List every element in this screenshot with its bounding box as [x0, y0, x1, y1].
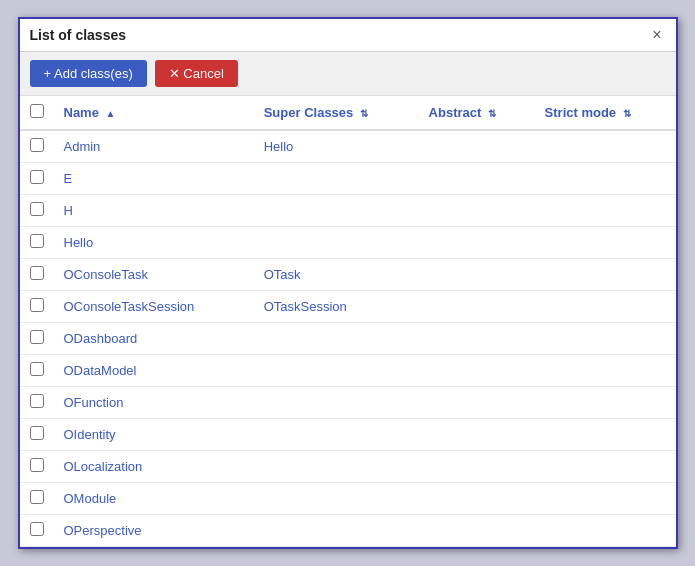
row-super-classes-cell — [254, 163, 419, 195]
row-abstract-cell — [419, 227, 535, 259]
table-row: Hello — [20, 227, 676, 259]
add-classes-button[interactable]: + Add class(es) — [30, 60, 147, 87]
row-super-classes-cell — [254, 483, 419, 515]
row-strict-mode-cell — [535, 195, 676, 227]
table-row: OPerspective — [20, 515, 676, 547]
row-name-link[interactable]: ODashboard — [64, 331, 138, 346]
row-name-link[interactable]: OFunction — [64, 395, 124, 410]
table-header-row: Name ▲ Super Classes ⇅ Abstract ⇅ Strict… — [20, 96, 676, 130]
row-super-class-link[interactable]: OTask — [264, 267, 301, 282]
cancel-button[interactable]: ✕ Cancel — [155, 60, 238, 87]
row-checkbox-cell — [20, 130, 54, 163]
row-checkbox-cell — [20, 483, 54, 515]
classes-table-container[interactable]: Name ▲ Super Classes ⇅ Abstract ⇅ Strict… — [20, 96, 676, 547]
header-abstract-label: Abstract — [429, 105, 485, 120]
row-name-cell: Admin — [54, 130, 254, 163]
row-abstract-cell — [419, 130, 535, 163]
row-name-cell: ODashboard — [54, 323, 254, 355]
row-name-link[interactable]: OModule — [64, 491, 117, 506]
row-checkbox[interactable] — [30, 138, 44, 152]
row-name-link[interactable]: OPerspective — [64, 523, 142, 538]
row-name-link[interactable]: OConsoleTaskSession — [64, 299, 195, 314]
table-row: OIdentity — [20, 419, 676, 451]
row-name-cell: OIdentity — [54, 419, 254, 451]
row-abstract-cell — [419, 195, 535, 227]
row-name-link[interactable]: ODataModel — [64, 363, 137, 378]
row-strict-mode-cell — [535, 515, 676, 547]
row-checkbox[interactable] — [30, 426, 44, 440]
row-name-cell: Hello — [54, 227, 254, 259]
table-row: H — [20, 195, 676, 227]
header-name-col[interactable]: Name ▲ — [54, 96, 254, 130]
table-row: AdminHello — [20, 130, 676, 163]
row-name-link[interactable]: E — [64, 171, 73, 186]
row-super-classes-cell: Hello — [254, 130, 419, 163]
row-checkbox[interactable] — [30, 458, 44, 472]
table-row: ODashboard — [20, 323, 676, 355]
row-super-class-link[interactable]: Hello — [264, 139, 294, 154]
row-checkbox-cell — [20, 323, 54, 355]
dialog-close-button[interactable]: × — [648, 27, 665, 43]
row-name-link[interactable]: Hello — [64, 235, 94, 250]
row-strict-mode-cell — [535, 163, 676, 195]
row-checkbox-cell — [20, 291, 54, 323]
table-row: OConsoleTaskSessionOTaskSession — [20, 291, 676, 323]
row-checkbox[interactable] — [30, 170, 44, 184]
row-abstract-cell — [419, 355, 535, 387]
row-super-classes-cell — [254, 515, 419, 547]
header-name-label: Name — [64, 105, 103, 120]
row-super-classes-cell — [254, 323, 419, 355]
super-classes-sort-icon: ⇅ — [360, 108, 368, 119]
row-abstract-cell — [419, 419, 535, 451]
row-name-link[interactable]: OLocalization — [64, 459, 143, 474]
row-abstract-cell — [419, 387, 535, 419]
row-checkbox[interactable] — [30, 298, 44, 312]
row-checkbox[interactable] — [30, 234, 44, 248]
row-name-cell: OConsoleTaskSession — [54, 291, 254, 323]
row-name-link[interactable]: OConsoleTask — [64, 267, 149, 282]
row-strict-mode-cell — [535, 323, 676, 355]
select-all-checkbox[interactable] — [30, 104, 44, 118]
row-name-cell: ODataModel — [54, 355, 254, 387]
table-row: OFunction — [20, 387, 676, 419]
row-checkbox[interactable] — [30, 266, 44, 280]
row-checkbox-cell — [20, 515, 54, 547]
row-super-classes-cell — [254, 227, 419, 259]
header-strict-mode-col[interactable]: Strict mode ⇅ — [535, 96, 676, 130]
row-checkbox[interactable] — [30, 522, 44, 536]
table-row: OModule — [20, 483, 676, 515]
dialog-title: List of classes — [30, 27, 127, 43]
name-sort-icon: ▲ — [106, 108, 116, 119]
row-name-cell: H — [54, 195, 254, 227]
row-checkbox[interactable] — [30, 362, 44, 376]
row-strict-mode-cell — [535, 451, 676, 483]
row-abstract-cell — [419, 323, 535, 355]
table-row: OLocalization — [20, 451, 676, 483]
header-checkbox-col — [20, 96, 54, 130]
row-abstract-cell — [419, 291, 535, 323]
header-super-classes-label: Super Classes — [264, 105, 357, 120]
row-checkbox-cell — [20, 195, 54, 227]
row-super-classes-cell — [254, 355, 419, 387]
header-abstract-col[interactable]: Abstract ⇅ — [419, 96, 535, 130]
header-strict-mode-label: Strict mode — [545, 105, 620, 120]
row-name-link[interactable]: Admin — [64, 139, 101, 154]
row-strict-mode-cell — [535, 419, 676, 451]
row-super-classes-cell: OTask — [254, 259, 419, 291]
row-strict-mode-cell — [535, 291, 676, 323]
row-super-class-link[interactable]: OTaskSession — [264, 299, 347, 314]
row-strict-mode-cell — [535, 227, 676, 259]
row-checkbox[interactable] — [30, 330, 44, 344]
row-checkbox[interactable] — [30, 490, 44, 504]
row-checkbox[interactable] — [30, 202, 44, 216]
abstract-sort-icon: ⇅ — [488, 108, 496, 119]
row-checkbox-cell — [20, 259, 54, 291]
header-super-classes-col[interactable]: Super Classes ⇅ — [254, 96, 419, 130]
row-name-link[interactable]: OIdentity — [64, 427, 116, 442]
row-super-classes-cell — [254, 451, 419, 483]
row-strict-mode-cell — [535, 355, 676, 387]
row-name-link[interactable]: H — [64, 203, 73, 218]
row-checkbox-cell — [20, 227, 54, 259]
row-checkbox[interactable] — [30, 394, 44, 408]
strict-mode-sort-icon: ⇅ — [623, 108, 631, 119]
